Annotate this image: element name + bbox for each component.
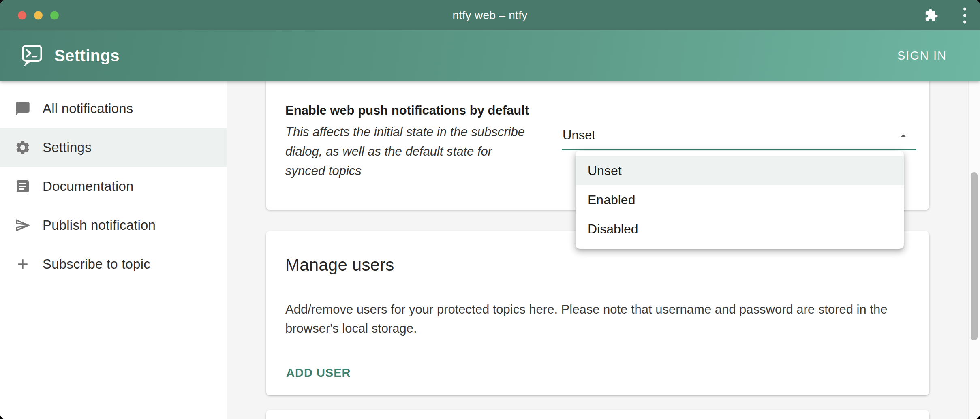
- sidebar-item-label: All notifications: [43, 101, 133, 116]
- appbar: Settings SIGN IN: [0, 30, 980, 81]
- arrow-drop-up-icon: [896, 129, 911, 143]
- zoom-window-button[interactable]: [50, 11, 59, 19]
- manage-users-title: Manage users: [285, 255, 910, 275]
- article-icon: [15, 178, 31, 195]
- manage-users-description: Add/remove users for your protected topi…: [285, 300, 910, 338]
- extensions-puzzle-icon[interactable]: [924, 9, 938, 22]
- browser-menu-icon[interactable]: [959, 6, 970, 25]
- plus-icon: [15, 256, 31, 272]
- page-title: Settings: [54, 47, 120, 65]
- chat-bubble-icon: [15, 100, 31, 117]
- setting-description: This affects the initial state in the su…: [285, 122, 533, 181]
- gear-icon: [15, 139, 31, 156]
- web-push-select[interactable]: Unset: [562, 128, 916, 150]
- sidebar-item-publish-notification[interactable]: Publish notification: [0, 206, 227, 245]
- sign-in-button[interactable]: SIGN IN: [890, 43, 954, 68]
- titlebar: ntfy web – ntfy: [0, 0, 980, 30]
- ntfy-logo-icon: [20, 43, 44, 68]
- send-icon: [15, 217, 31, 233]
- sidebar-item-subscribe-to-topic[interactable]: Subscribe to topic: [0, 245, 227, 284]
- window-title: ntfy web – ntfy: [452, 9, 527, 22]
- scrollbar-thumb[interactable]: [971, 172, 978, 340]
- manage-users-card: Manage users Add/remove users for your p…: [266, 231, 929, 395]
- sidebar: All notifications Settings Documentation…: [0, 81, 227, 419]
- browser-window: ntfy web – ntfy Settings SIGN IN All not…: [0, 0, 980, 419]
- menu-option-disabled[interactable]: Disabled: [576, 214, 904, 244]
- close-window-button[interactable]: [18, 11, 26, 19]
- settings-main-pane: Enable web push notifications by default…: [227, 81, 980, 419]
- menu-option-enabled[interactable]: Enabled: [576, 185, 904, 214]
- sidebar-item-all-notifications[interactable]: All notifications: [0, 89, 227, 128]
- sidebar-item-documentation[interactable]: Documentation: [0, 167, 227, 206]
- sidebar-item-label: Documentation: [43, 179, 134, 194]
- minimize-window-button[interactable]: [34, 11, 43, 19]
- sidebar-item-label: Publish notification: [43, 218, 156, 233]
- traffic-lights: [18, 11, 59, 19]
- select-value: Unset: [563, 128, 595, 142]
- sidebar-item-label: Subscribe to topic: [43, 257, 150, 272]
- sidebar-item-settings[interactable]: Settings: [0, 128, 227, 167]
- next-card-partial: [266, 410, 929, 419]
- web-push-dropdown-menu: Unset Enabled Disabled: [576, 151, 904, 249]
- scrollbar-track[interactable]: [968, 81, 980, 419]
- menu-option-unset[interactable]: Unset: [576, 156, 904, 185]
- add-user-button[interactable]: ADD USER: [285, 365, 351, 381]
- setting-label: Enable web push notifications by default: [285, 102, 533, 119]
- sidebar-item-label: Settings: [43, 140, 92, 155]
